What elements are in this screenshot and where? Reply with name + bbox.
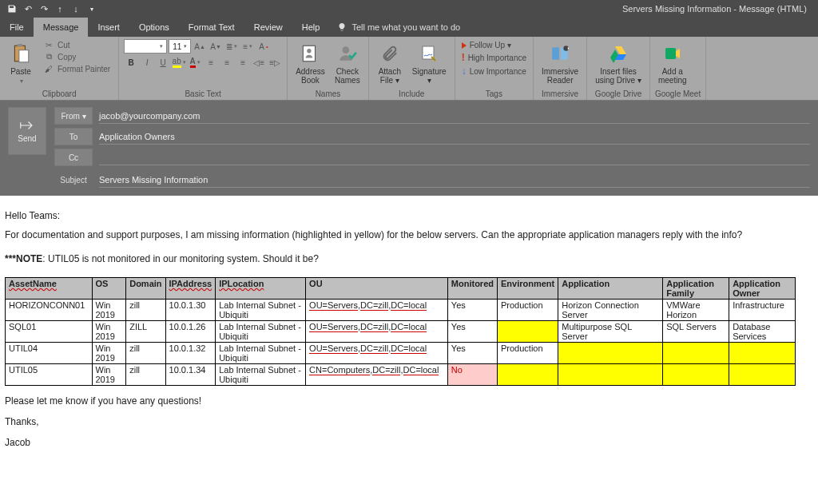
cc-button[interactable]: Cc (54, 149, 93, 166)
group-include-label: Include (374, 89, 450, 100)
cell-app (558, 364, 663, 386)
redo-button[interactable]: ↷ (37, 2, 51, 16)
check-names-icon (335, 41, 360, 66)
table-row: HORIZONCONN01Win 2019zill10.0.1.30Lab In… (6, 300, 796, 321)
compose-header: Send From ▾ jacob@yourcompany.com To Cc … (0, 101, 818, 196)
cell-domain: ZILL (126, 321, 165, 343)
numbering-button[interactable]: ≡▾ (240, 39, 255, 54)
font-family-combo[interactable]: ▾ (124, 39, 167, 54)
group-google-drive: Insert files using Drive ▾ Google Drive (587, 37, 650, 100)
col-os: OS (96, 279, 109, 288)
save-button[interactable] (5, 2, 19, 16)
up-button[interactable]: ↑ (53, 2, 67, 16)
attach-file-button[interactable]: Attach File ▾ (374, 39, 406, 86)
tab-file[interactable]: File (0, 18, 34, 37)
cell-iploc: Lab Internal Subnet - Ubiquiti (216, 300, 306, 321)
titlebar: ↶ ↷ ↑ ↓ ▾ Servers Missing Information - … (0, 0, 818, 18)
bold-button[interactable]: B (124, 55, 138, 69)
col-environment: Environment (501, 279, 554, 288)
down-button[interactable]: ↓ (69, 2, 83, 16)
qat-customize[interactable]: ▾ (85, 2, 99, 16)
immersive-reader-button[interactable]: Immersive Reader (538, 39, 582, 86)
tab-help[interactable]: Help (292, 18, 330, 37)
tab-message[interactable]: Message (34, 18, 89, 37)
google-meet-icon (660, 41, 685, 66)
check-names-button[interactable]: Check Names (332, 39, 363, 86)
tab-options[interactable]: Options (129, 18, 179, 37)
underline-button[interactable]: U (156, 55, 170, 69)
tell-me-label: Tell me what you want to do (351, 22, 460, 32)
styles-button[interactable]: Aₒ (256, 39, 271, 54)
to-field[interactable] (99, 129, 810, 145)
from-button[interactable]: From ▾ (54, 107, 93, 125)
cell-appfam (663, 364, 729, 386)
message-body[interactable]: Hello Teams: For documentation and suppo… (0, 196, 818, 466)
cell-monitored: Yes (447, 321, 497, 343)
servers-table: AssetName OS Domain IPAddress IPLocation… (5, 277, 796, 386)
cell-domain: zill (126, 364, 165, 386)
align-right-button[interactable]: ≡ (236, 55, 250, 69)
shrink-font-button[interactable]: A▼ (208, 39, 223, 54)
outdent-button[interactable]: ◁≡ (252, 55, 266, 69)
tab-format-text[interactable]: Format Text (179, 18, 244, 37)
paste-button[interactable]: Paste▼ (5, 39, 37, 87)
cell-env (498, 321, 558, 343)
insert-files-drive-button[interactable]: Insert files using Drive ▾ (592, 39, 645, 86)
high-importance-button[interactable]: !High Importance (460, 52, 528, 63)
follow-up-button[interactable]: Follow Up ▾ (460, 41, 528, 50)
send-label: Send (18, 134, 36, 143)
group-names: Address Book Check Names Names (288, 37, 369, 100)
tab-review[interactable]: Review (244, 18, 292, 37)
cut-button[interactable]: ✂Cut (40, 39, 113, 50)
align-center-button[interactable]: ≡ (220, 55, 234, 69)
indent-button[interactable]: ≡▷ (268, 55, 282, 69)
signature-button[interactable]: Signature ▾ (409, 39, 450, 86)
italic-button[interactable]: I (140, 55, 154, 69)
font-color-button[interactable]: A▾ (188, 55, 202, 69)
copy-button[interactable]: ⧉Copy (40, 51, 113, 62)
font-size-combo[interactable]: 11▾ (169, 39, 191, 54)
address-book-button[interactable]: Address Book (292, 39, 328, 86)
cell-ou: OU=Servers,DC=zill,DC=local (306, 321, 448, 343)
cell-asset: UTIL05 (6, 364, 93, 386)
attach-file-label: Attach File ▾ (379, 66, 401, 85)
highlight-color-button[interactable]: ab▾ (172, 55, 186, 69)
cell-ou: CN=Computers,DC=zill,DC=local (306, 364, 448, 386)
group-clipboard-label: Clipboard (5, 89, 113, 100)
cell-iploc: Lab Internal Subnet - Ubiquiti (216, 321, 306, 343)
tell-me-search[interactable]: Tell me what you want to do (329, 18, 468, 37)
grow-font-button[interactable]: A▲ (193, 39, 207, 54)
subject-field[interactable] (99, 173, 810, 188)
format-painter-button[interactable]: 🖌Format Painter (40, 63, 113, 74)
low-importance-icon: ↓ (462, 65, 467, 77)
cell-asset: UTIL04 (6, 343, 93, 364)
to-button[interactable]: To (54, 128, 93, 145)
cell-app: Horizon Connection Server (558, 300, 663, 321)
align-left-button[interactable]: ≡ (204, 55, 218, 69)
cell-os: Win 2019 (92, 364, 126, 386)
brush-icon: 🖌 (43, 64, 54, 73)
cell-os: Win 2019 (92, 300, 126, 321)
cell-owner (729, 343, 796, 364)
cell-domain: zill (126, 343, 165, 364)
undo-button[interactable]: ↶ (21, 2, 35, 16)
group-tags: Follow Up ▾ !High Importance ↓Low Import… (455, 37, 534, 100)
address-book-label: Address Book (296, 66, 325, 85)
address-book-icon (297, 41, 323, 66)
table-header-row: AssetName OS Domain IPAddress IPLocation… (6, 278, 796, 300)
cell-owner: Database Services (729, 321, 796, 343)
cell-owner: Infrastructure (729, 300, 796, 321)
col-domain: Domain (129, 279, 161, 288)
col-ou: OU (309, 279, 323, 288)
subject-label: Subject (54, 176, 93, 185)
high-importance-icon: ! (462, 52, 465, 63)
cell-os: Win 2019 (92, 321, 126, 343)
group-immersive-label: Immersive (538, 89, 582, 100)
cc-field[interactable] (99, 150, 810, 165)
send-button[interactable]: Send (8, 107, 46, 155)
insert-files-drive-label: Insert files using Drive ▾ (595, 66, 641, 85)
add-meeting-button[interactable]: Add a meeting (655, 39, 690, 86)
bullets-button[interactable]: ≣▾ (224, 39, 239, 54)
low-importance-button[interactable]: ↓Low Importance (460, 65, 528, 77)
tab-insert[interactable]: Insert (88, 18, 129, 37)
